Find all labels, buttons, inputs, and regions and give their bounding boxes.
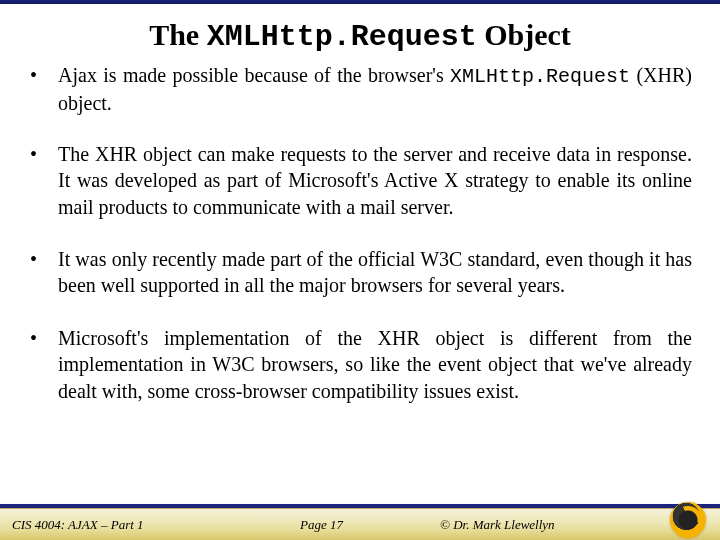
bullet-item: It was only recently made part of the of… — [28, 246, 692, 301]
bullet-item: Microsoft's implementation of the XHR ob… — [28, 325, 692, 406]
slide-footer: CIS 4004: AJAX – Part 1 Page 17 © Dr. Ma… — [0, 498, 720, 540]
bullet-item: Ajax is made possible because of the bro… — [28, 62, 692, 117]
bullet-text-pre: Microsoft's implementation of the XHR ob… — [58, 327, 692, 402]
bullet-text-pre: Ajax is made possible because of the bro… — [58, 64, 450, 86]
bullet-text-mono: XMLHttp.Request — [450, 65, 630, 88]
title-pre: The — [149, 18, 207, 51]
footer-course: CIS 4004: AJAX – Part 1 — [12, 517, 144, 533]
footer-page-number: Page 17 — [300, 517, 343, 533]
top-rule — [0, 0, 720, 4]
title-post: Object — [477, 18, 571, 51]
slide-title: The XMLHttp.Request Object — [0, 18, 720, 54]
bullet-list: Ajax is made possible because of the bro… — [28, 62, 692, 406]
ucf-logo-icon — [670, 502, 706, 538]
slide-body: Ajax is made possible because of the bro… — [28, 62, 692, 430]
bullet-text-pre: It was only recently made part of the of… — [58, 248, 692, 296]
bullet-text-pre: The XHR object can make requests to the … — [58, 143, 692, 218]
footer-copyright: © Dr. Mark Llewellyn — [440, 517, 555, 533]
title-mono: XMLHttp.Request — [207, 20, 477, 54]
slide: The XMLHttp.Request Object Ajax is made … — [0, 0, 720, 540]
bullet-item: The XHR object can make requests to the … — [28, 141, 692, 222]
footer-bar: CIS 4004: AJAX – Part 1 Page 17 © Dr. Ma… — [0, 508, 720, 540]
